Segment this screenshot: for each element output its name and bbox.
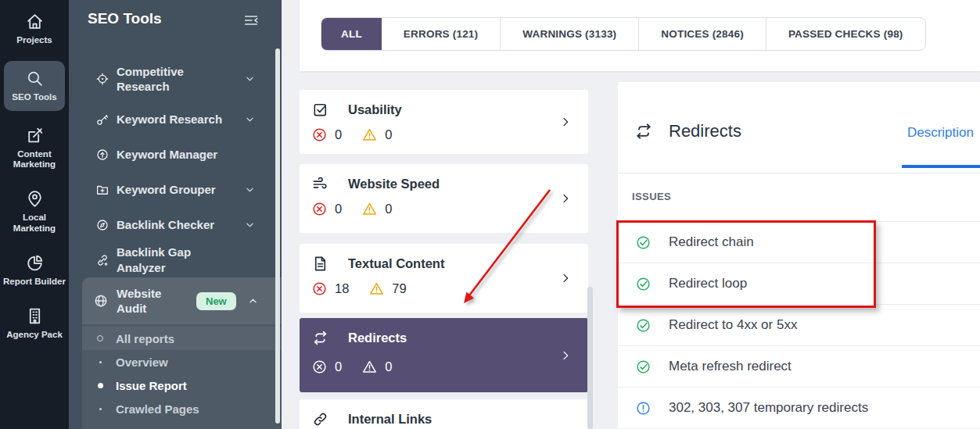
rail-item-report-builder[interactable]: Report Builder (3, 249, 66, 291)
rail-item-label: SEO Tools (12, 92, 56, 103)
wind-icon (311, 175, 329, 193)
tab-notices[interactable]: NOTICES (2846) (638, 18, 766, 50)
collapse-sidebar-icon[interactable] (242, 12, 260, 29)
tab-warnings[interactable]: WARNINGS (3133) (500, 18, 638, 50)
circle-x-icon (311, 359, 328, 375)
warnings-count: 79 (392, 281, 406, 296)
description-tab[interactable]: Description (907, 125, 974, 141)
warnings-count: 0 (385, 202, 392, 216)
errors-count: 0 (335, 127, 342, 142)
pin-icon (25, 189, 45, 209)
sidebar-menu: Competitive ResearchKeyword ResearchKeyw… (69, 38, 282, 277)
new-badge: New (196, 292, 236, 310)
issue-row[interactable]: Redirect chain (618, 222, 980, 263)
card-title: Textual Content (348, 256, 444, 271)
globe-icon (93, 293, 109, 309)
card-title: Website Speed (348, 177, 440, 191)
chevron-up-icon (246, 295, 260, 308)
sidebar-item-label: Keyword Grouper (117, 182, 216, 198)
check-circle-icon (635, 276, 652, 292)
website-audit-label: Website Audit (117, 286, 184, 316)
sidebar-header: SEO Tools (69, 0, 282, 38)
rail-item-content-marketing[interactable]: Content Marketing (3, 122, 66, 175)
chevron-right-icon (559, 272, 573, 285)
issue-label: Meta refresh redirect (669, 359, 792, 374)
sidebar-item-keyword-manager[interactable]: Keyword Manager (69, 137, 282, 172)
triangle-warn-icon (368, 281, 385, 297)
issue-row[interactable]: Meta refresh redirect (618, 346, 980, 388)
sidebar-item-label: Competitive Research (117, 64, 226, 95)
chain-icon (311, 410, 329, 428)
check-circle-icon (635, 234, 652, 251)
sidebar-title: SEO Tools (88, 10, 162, 27)
rail-item-label: Local Marketing (3, 213, 66, 234)
submenu-item-issue-report[interactable]: Issue Report (82, 374, 282, 397)
sidebar-item-backlink-checker[interactable]: Backlink Checker (69, 207, 282, 242)
chevron-right-icon (559, 116, 573, 129)
sidebar-scrollbar[interactable] (275, 48, 280, 424)
category-card-internal-links[interactable]: Internal Links (300, 399, 588, 429)
rail-item-projects[interactable]: Projects (3, 8, 66, 50)
circle-x-icon (311, 127, 328, 143)
submenu-marker (97, 382, 103, 388)
rail-item-label: Content Marketing (3, 149, 66, 171)
circle-x-icon (311, 201, 328, 217)
tab-passed-checks[interactable]: PASSED CHECKS (98) (766, 18, 925, 50)
errors-count: 18 (335, 281, 349, 296)
sidebar-item-label: Keyword Manager (117, 147, 217, 163)
building-icon (25, 306, 45, 326)
sidebar-item-keyword-grouper[interactable]: Keyword Grouper (69, 172, 282, 207)
card-header: Internal Links (311, 410, 432, 428)
category-card-website-speed[interactable]: Website Speed00 (300, 164, 588, 233)
triangle-warn-icon (361, 359, 378, 375)
check-circle-icon (635, 359, 652, 375)
category-card-usability[interactable]: Usability00 (300, 90, 588, 154)
submenu-item-label: Overview (116, 356, 168, 369)
sidebar-item-website-audit[interactable]: Website AuditNew (82, 277, 282, 324)
loop-icon (311, 329, 329, 347)
tab-errors[interactable]: ERRORS (121) (382, 18, 500, 50)
submenu-item-overview[interactable]: Overview (82, 350, 282, 374)
chevron-down-icon (243, 183, 257, 196)
sidebar-item-competitive-research[interactable]: Competitive Research (69, 56, 282, 102)
issues-section-label: ISSUES (632, 191, 671, 202)
rail-item-agency-pack[interactable]: Agency Pack (3, 302, 66, 345)
check-circle-icon (635, 317, 652, 334)
issue-category-list: Usability00Website Speed00Textual Conten… (300, 90, 588, 429)
info-circle-icon (635, 400, 652, 416)
issue-row[interactable]: 302, 303, 307 temporary redirects (618, 388, 980, 429)
panel-header: Redirects Description (618, 82, 980, 173)
category-card-textual-content[interactable]: Textual Content1879 (300, 244, 588, 313)
target-icon (95, 72, 109, 86)
category-card-redirects[interactable]: Redirects00 (300, 318, 588, 392)
submenu-item-crawled-pages[interactable]: Crawled Pages (82, 397, 282, 420)
circle-up-icon (95, 148, 109, 162)
website-audit-section: Website AuditNewAll reportsOverviewIssue… (82, 277, 282, 429)
pie-icon (25, 253, 45, 273)
errors-count: 0 (335, 202, 342, 216)
tab-all[interactable]: ALL (321, 18, 382, 50)
category-list-scrollbar[interactable] (587, 287, 593, 429)
sidebar-item-label: Backlink Gap Analyzer (117, 245, 226, 275)
rail-item-label: Projects (16, 35, 52, 46)
sidebar-item-label: Backlink Checker (117, 217, 214, 233)
submenu-item-label: Issue Report (116, 379, 187, 392)
seo-tools-sidebar: SEO Tools Competitive ResearchKeyword Re… (69, 0, 282, 429)
issue-filter-tabs: ALLERRORS (121)WARNINGS (3133)NOTICES (2… (321, 17, 926, 51)
compass-icon (95, 218, 109, 232)
submenu-item-all-reports[interactable]: All reports (82, 327, 282, 350)
rail-item-seo-tools[interactable]: SEO Tools (4, 61, 65, 111)
main-content: ALLERRORS (121)WARNINGS (3133)NOTICES (2… (282, 0, 980, 429)
sidebar-item-backlink-gap-analyzer[interactable]: Backlink Gap Analyzer (69, 242, 282, 277)
issue-row[interactable]: Redirect loop (618, 263, 980, 305)
sidebar-item-keyword-research[interactable]: Keyword Research (69, 102, 282, 137)
website-audit-submenu: All reportsOverviewIssue ReportCrawled P… (82, 324, 282, 420)
issue-row[interactable]: Redirect to 4xx or 5xx (618, 305, 980, 346)
circle-x-icon (311, 281, 328, 297)
rail-item-local-marketing[interactable]: Local Marketing (3, 185, 66, 238)
chevron-down-icon (243, 113, 257, 126)
issue-label: Redirect loop (669, 276, 747, 291)
triangle-warn-icon (361, 127, 378, 143)
issue-label: Redirect to 4xx or 5xx (669, 317, 797, 333)
chevron-right-icon (559, 349, 573, 362)
